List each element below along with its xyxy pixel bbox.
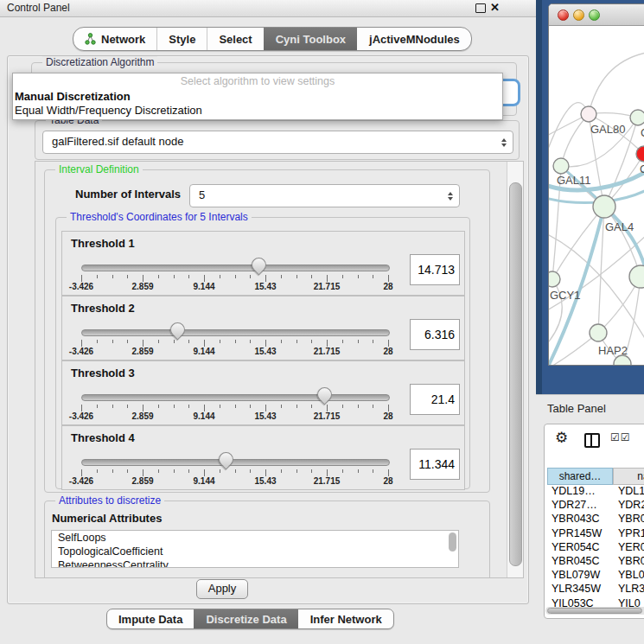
interval-definition-title: Interval Definition xyxy=(55,163,143,176)
top-tab-bar: NetworkStyleSelectCyni ToolboxjActiveMNo… xyxy=(73,27,472,51)
threshold-value-field[interactable]: 11.344 xyxy=(410,449,460,480)
network-edge[interactable] xyxy=(589,52,644,114)
cell-shared-name: YDL19… xyxy=(547,485,613,499)
cell-shared-name: YDR27… xyxy=(547,499,613,513)
table-row[interactable]: YBL079WYBL0 xyxy=(547,569,644,583)
slider-ticks xyxy=(81,405,388,411)
attribute-list-item[interactable]: TopologicalCoefficient xyxy=(52,545,458,558)
tab-select[interactable]: Select xyxy=(207,28,263,50)
horizontal-scrollbar[interactable] xyxy=(545,607,644,615)
column-header-2[interactable]: na xyxy=(613,468,644,485)
threshold-value-field[interactable]: 14.713 xyxy=(410,254,460,285)
cell-shared-name: YBL079W xyxy=(547,569,613,583)
table-data-value: galFiltered.sif default node xyxy=(52,135,183,148)
table-data-combobox[interactable]: galFiltered.sif default node xyxy=(42,131,513,154)
numerical-attributes-list[interactable]: SelfLoopsTopologicalCoefficientBetweenne… xyxy=(51,530,459,568)
tab-label: Cyni Toolbox xyxy=(276,33,346,46)
attributes-group: Attributes to discretize Numerical Attri… xyxy=(44,501,490,578)
network-node-GAL11[interactable] xyxy=(553,158,569,174)
number-of-intervals-value: 5 xyxy=(199,188,205,201)
slider-thumb[interactable] xyxy=(167,319,188,340)
tab-jactivemnodules[interactable]: jActiveMNodules xyxy=(357,28,471,50)
cell-shared-name: YBR043C xyxy=(547,513,613,526)
algorithm-option-equal-width[interactable]: Equal Width/Frequency Discretization xyxy=(13,104,502,118)
slider-track[interactable] xyxy=(81,394,390,401)
cell-shared-name: YER054C xyxy=(547,541,613,555)
interval-definition-group: Interval Definition Number of Intervals … xyxy=(44,169,490,493)
network-node-GAL80[interactable] xyxy=(581,106,596,122)
right-panel: GAL80G.CGAL11GAL4GCY1HHAP2 Table Panel ⚙… xyxy=(536,0,644,644)
table-row[interactable]: YDL19…YDL1 xyxy=(547,485,644,499)
tab-label: Select xyxy=(219,33,252,46)
threshold-label: Threshold 4 xyxy=(71,431,135,444)
network-edge[interactable] xyxy=(552,207,604,279)
threshold-value-field[interactable]: 21.4 xyxy=(410,384,460,415)
threshold-value-field[interactable]: 6.316 xyxy=(410,319,460,350)
apply-button[interactable]: Apply xyxy=(196,579,248,599)
tab-cyni-toolbox[interactable]: Cyni Toolbox xyxy=(264,28,357,50)
slider-thumb[interactable] xyxy=(216,449,237,469)
vertical-scrollbar[interactable] xyxy=(507,162,523,577)
close-icon[interactable]: ✕ xyxy=(490,1,500,14)
network-edge[interactable] xyxy=(561,114,589,166)
table-row[interactable]: YDR27…YDR2 xyxy=(547,499,644,513)
node-label-GAL11: GAL11 xyxy=(557,174,591,187)
checkboxes-icon[interactable]: ☑☑ xyxy=(610,431,631,443)
network-node-node-h[interactable] xyxy=(629,265,644,288)
numerical-attributes-label: Numerical Attributes xyxy=(52,512,162,525)
column-header-1[interactable]: shared… xyxy=(547,468,613,485)
number-of-intervals-combobox[interactable]: 5 xyxy=(189,184,460,207)
network-canvas[interactable]: GAL80G.CGAL11GAL4GCY1HHAP2 xyxy=(549,26,644,365)
scrollbar-thumb[interactable] xyxy=(509,182,522,566)
cell-name: YER0 xyxy=(613,541,644,555)
cell-name: YBR0 xyxy=(613,513,644,526)
tab-label: Style xyxy=(169,33,195,46)
slider-thumb[interactable] xyxy=(249,254,270,275)
cell-name: YLR3 xyxy=(613,583,644,596)
bottom-tab-impute-data[interactable]: Impute Data xyxy=(107,609,194,628)
attribute-list-item[interactable]: SelfLoops xyxy=(52,531,458,545)
tab-style[interactable]: Style xyxy=(156,28,207,50)
algorithm-placeholder-option[interactable]: Select algorithm to view settings xyxy=(13,73,502,90)
algorithm-option-manual[interactable]: Manual Discretization xyxy=(13,90,502,104)
network-node-GCY1[interactable] xyxy=(549,271,560,287)
slider-track[interactable] xyxy=(81,265,390,271)
horizontal-scrollbar-thumb[interactable] xyxy=(547,608,642,614)
threshold-4-panel: Threshold 4-3.4262.8599.14415.4321.71528… xyxy=(61,425,465,490)
float-icon[interactable] xyxy=(475,3,486,13)
slider-thumb[interactable] xyxy=(314,384,335,405)
attribute-list-item[interactable]: BetweennessCentrality xyxy=(52,558,458,568)
table-row[interactable]: YBR045CYBR0 xyxy=(547,555,644,569)
network-icon xyxy=(85,33,96,45)
tab-label: jActiveMNodules xyxy=(369,33,460,46)
zoom-window-icon[interactable] xyxy=(589,10,600,21)
list-scrollbar-thumb[interactable] xyxy=(449,532,456,552)
table-row[interactable]: YBR043CYBR0 xyxy=(547,513,644,526)
threshold-label: Threshold 3 xyxy=(71,367,135,379)
tab-network[interactable]: Network xyxy=(73,28,156,50)
minimize-window-icon[interactable] xyxy=(573,10,584,21)
thresholds-group: Threshold's Coordinates for 5 Intervals … xyxy=(55,217,470,489)
threshold-label: Threshold 2 xyxy=(71,302,135,315)
bottom-tab-infer-network[interactable]: Infer Network xyxy=(298,609,393,628)
network-node-GAL4[interactable] xyxy=(593,195,615,218)
table-row[interactable]: YLR345WYLR3 xyxy=(547,583,644,596)
attributes-group-title: Attributes to discretize xyxy=(55,494,164,507)
columns-icon[interactable] xyxy=(584,433,600,448)
slider-track[interactable] xyxy=(81,459,390,466)
network-node-HAP2[interactable] xyxy=(590,324,607,341)
network-view-window[interactable]: GAL80G.CGAL11GAL4GCY1HHAP2 xyxy=(548,3,644,366)
gear-icon[interactable]: ⚙ xyxy=(555,429,568,447)
slider-track[interactable] xyxy=(81,329,390,336)
bottom-tab-discretize-data[interactable]: Discretize Data xyxy=(194,609,297,628)
table-row[interactable]: YER054CYER0 xyxy=(547,541,644,555)
slider-tick-labels: -3.4262.8599.14415.4321.71528 xyxy=(81,476,388,487)
close-window-icon[interactable] xyxy=(558,10,569,21)
cell-shared-name: YBR045C xyxy=(547,555,613,569)
network-node-node-top-right[interactable] xyxy=(630,110,644,125)
table-row[interactable]: YPR145WYPR1 xyxy=(547,527,644,541)
tab-label: Discretize Data xyxy=(206,613,286,626)
network-desktop: GAL80G.CGAL11GAL4GCY1HHAP2 xyxy=(536,0,644,394)
algorithm-dropdown-popup: Select algorithm to view settings Manual… xyxy=(12,73,503,120)
settings-scroll-area: Interval Definition Number of Intervals … xyxy=(35,161,524,578)
